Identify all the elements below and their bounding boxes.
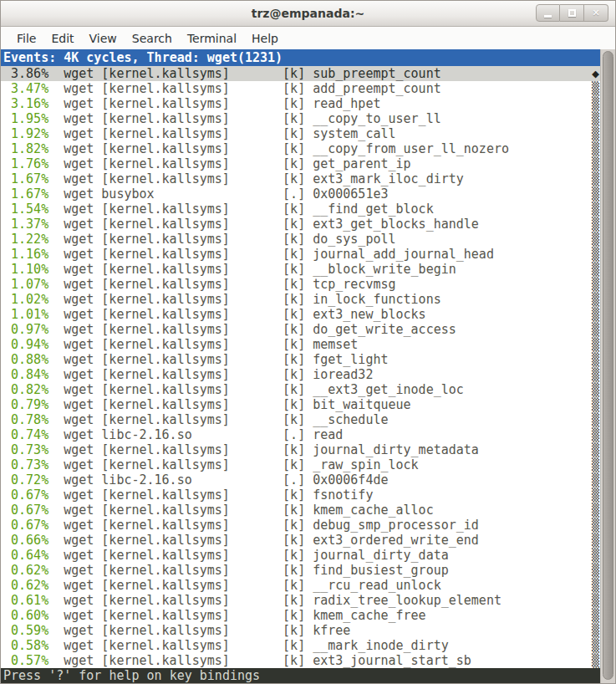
menu-help[interactable]: Help: [244, 29, 286, 48]
perf-row[interactable]: 0.62% wget [kernel.kallsyms] [k] __rcu_r…: [1, 578, 600, 593]
symbol-name: journal_dirty_metadata: [313, 442, 479, 457]
perf-events-header: Events: 4K cycles, Thread: wget(1231): [1, 49, 600, 66]
perf-row[interactable]: 1.16% wget [kernel.kallsyms] [k] journal…: [1, 247, 600, 262]
overhead-percent: 0.78%: [3, 412, 48, 427]
perf-row[interactable]: 0.66% wget [kernel.kallsyms] [k] ext3_or…: [1, 533, 600, 548]
perf-row[interactable]: 1.37% wget [kernel.kallsyms] [k] ext3_ge…: [1, 217, 600, 232]
perf-row[interactable]: 0.59% wget [kernel.kallsyms] [k] kfree ▒: [1, 623, 600, 638]
privilege-level: [.]: [283, 472, 305, 487]
perf-row[interactable]: 1.22% wget [kernel.kallsyms] [k] do_sys_…: [1, 232, 600, 247]
shared-object: [kernel.kallsyms]: [101, 81, 283, 96]
shared-object: [kernel.kallsyms]: [101, 202, 283, 217]
perf-row[interactable]: 0.74% wget libc-2.16.so [.] read ▒: [1, 427, 600, 442]
perf-row[interactable]: 1.07% wget [kernel.kallsyms] [k] tcp_rec…: [1, 277, 600, 292]
perf-row[interactable]: 0.62% wget [kernel.kallsyms] [k] find_bu…: [1, 563, 600, 578]
symbol-name: read: [313, 427, 343, 442]
terminal-screen[interactable]: Events: 4K cycles, Thread: wget(1231) 3.…: [1, 49, 600, 683]
privilege-level: [k]: [283, 66, 305, 81]
command-name: wget: [64, 397, 94, 412]
command-name: wget: [64, 457, 94, 472]
perf-row[interactable]: 0.67% wget [kernel.kallsyms] [k] debug_s…: [1, 518, 600, 533]
perf-row[interactable]: 0.84% wget [kernel.kallsyms] [k] ioread3…: [1, 367, 600, 382]
perf-row[interactable]: 0.60% wget [kernel.kallsyms] [k] kmem_ca…: [1, 608, 600, 623]
scroll-track-cell: ▒: [592, 593, 599, 608]
perf-row[interactable]: 0.82% wget [kernel.kallsyms] [k] __ext3_…: [1, 382, 600, 397]
perf-row[interactable]: 0.78% wget [kernel.kallsyms] [k] __sched…: [1, 412, 600, 427]
perf-row[interactable]: 1.92% wget [kernel.kallsyms] [k] system_…: [1, 126, 600, 141]
perf-row[interactable]: 1.82% wget [kernel.kallsyms] [k] __copy_…: [1, 141, 600, 156]
privilege-level: [k]: [283, 352, 305, 367]
perf-row[interactable]: 0.72% wget libc-2.16.so [.] 0x0006f4de ▒: [1, 472, 600, 487]
menu-file[interactable]: File: [9, 29, 43, 48]
scroll-track-cell: ▒: [592, 623, 599, 638]
perf-row[interactable]: 3.16% wget [kernel.kallsyms] [k] read_hp…: [1, 96, 600, 111]
minimize-button[interactable]: [536, 4, 560, 22]
perf-row[interactable]: 0.67% wget [kernel.kallsyms] [k] fsnotif…: [1, 487, 600, 503]
scroll-track-cell: ▒: [592, 367, 599, 382]
perf-row[interactable]: 0.67% wget [kernel.kallsyms] [k] kmem_ca…: [1, 503, 600, 518]
perf-row[interactable]: 0.64% wget [kernel.kallsyms] [k] journal…: [1, 548, 600, 563]
shared-object: [kernel.kallsyms]: [101, 352, 283, 367]
perf-row[interactable]: 1.76% wget [kernel.kallsyms] [k] get_par…: [1, 156, 600, 171]
scrollbar[interactable]: [600, 49, 615, 683]
perf-row[interactable]: 1.10% wget [kernel.kallsyms] [k] __block…: [1, 262, 600, 277]
privilege-level: [k]: [283, 382, 305, 397]
perf-row[interactable]: 1.02% wget [kernel.kallsyms] [k] in_lock…: [1, 292, 600, 307]
shared-object: [kernel.kallsyms]: [101, 412, 283, 427]
shared-object: [kernel.kallsyms]: [101, 548, 283, 563]
perf-row[interactable]: 1.67% wget busybox [.] 0x000651e3 ▒: [1, 186, 600, 202]
overhead-percent: 0.62%: [3, 578, 48, 593]
shared-object: [kernel.kallsyms]: [101, 277, 283, 292]
shared-object: [kernel.kallsyms]: [101, 457, 283, 472]
overhead-percent: 1.76%: [3, 156, 48, 171]
symbol-name: __mark_inode_dirty: [313, 638, 449, 653]
overhead-percent: 1.95%: [3, 111, 48, 126]
perf-row[interactable]: 1.67% wget [kernel.kallsyms] [k] ext3_ma…: [1, 171, 600, 186]
symbol-name: fget_light: [313, 352, 388, 367]
privilege-level: [k]: [283, 518, 305, 533]
perf-row[interactable]: 3.86% wget [kernel.kallsyms] [k] sub_pre…: [1, 66, 600, 81]
perf-row[interactable]: 1.95% wget [kernel.kallsyms] [k] __copy_…: [1, 111, 600, 126]
scroll-track-cell: ▒: [592, 232, 599, 247]
perf-row[interactable]: 0.97% wget [kernel.kallsyms] [k] do_get_…: [1, 322, 600, 337]
privilege-level: [k]: [283, 126, 305, 141]
menu-search[interactable]: Search: [125, 29, 180, 48]
privilege-level: [.]: [283, 427, 305, 442]
shared-object: [kernel.kallsyms]: [101, 247, 283, 262]
shared-object: [kernel.kallsyms]: [101, 337, 283, 352]
symbol-name: find_busiest_group: [313, 563, 449, 578]
privilege-level: [k]: [283, 563, 305, 578]
command-name: wget: [64, 66, 94, 81]
perf-row[interactable]: 1.01% wget [kernel.kallsyms] [k] ext3_ne…: [1, 307, 600, 322]
privilege-level: [k]: [283, 337, 305, 352]
symbol-name: get_parent_ip: [313, 156, 410, 171]
shared-object: libc-2.16.so: [101, 427, 283, 442]
command-name: wget: [64, 141, 94, 156]
perf-row[interactable]: 0.94% wget [kernel.kallsyms] [k] memset …: [1, 337, 600, 352]
symbol-name: in_lock_functions: [313, 292, 441, 307]
titlebar[interactable]: trz@empanada:~ ✕: [1, 1, 615, 27]
symbol-name: sub_preempt_count: [313, 66, 441, 81]
scroll-track-cell: ▒: [592, 653, 599, 668]
menu-edit[interactable]: Edit: [43, 29, 81, 48]
terminal-window: trz@empanada:~ ✕ File Edit View Search T…: [0, 0, 616, 684]
overhead-percent: 0.74%: [3, 427, 48, 442]
perf-row[interactable]: 0.73% wget [kernel.kallsyms] [k] _raw_sp…: [1, 457, 600, 472]
shared-object: [kernel.kallsyms]: [101, 608, 283, 623]
perf-row[interactable]: 0.61% wget [kernel.kallsyms] [k] radix_t…: [1, 593, 600, 608]
maximize-button[interactable]: [560, 4, 584, 22]
perf-row[interactable]: 0.57% wget [kernel.kallsyms] [k] ext3_jo…: [1, 653, 600, 668]
shared-object: [kernel.kallsyms]: [101, 442, 283, 457]
menu-terminal[interactable]: Terminal: [180, 29, 244, 48]
close-button[interactable]: ✕: [584, 4, 608, 22]
perf-row[interactable]: 0.73% wget [kernel.kallsyms] [k] journal…: [1, 442, 600, 457]
perf-row[interactable]: 0.58% wget [kernel.kallsyms] [k] __mark_…: [1, 638, 600, 653]
overhead-percent: 0.61%: [3, 593, 48, 608]
scrollbar-thumb[interactable]: [603, 51, 613, 680]
perf-row[interactable]: 3.47% wget [kernel.kallsyms] [k] add_pre…: [1, 81, 600, 96]
perf-row[interactable]: 0.88% wget [kernel.kallsyms] [k] fget_li…: [1, 352, 600, 367]
command-name: wget: [64, 277, 94, 292]
perf-row[interactable]: 1.54% wget [kernel.kallsyms] [k] __find_…: [1, 202, 600, 217]
menu-view[interactable]: View: [82, 29, 125, 48]
perf-row[interactable]: 0.79% wget [kernel.kallsyms] [k] bit_wai…: [1, 397, 600, 412]
